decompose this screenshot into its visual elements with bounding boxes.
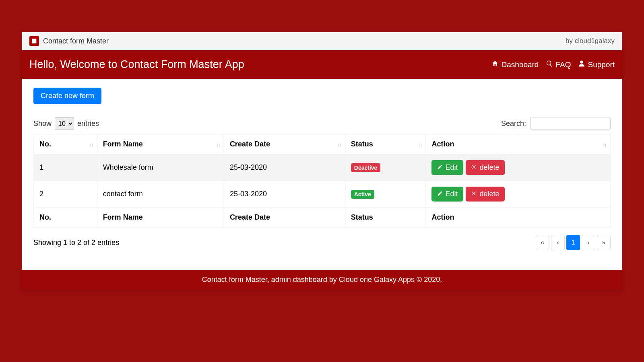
home-icon <box>491 60 499 69</box>
content: Create new form Show 10 entries Search: … <box>22 79 622 270</box>
col-action[interactable]: Action↑↓ <box>426 134 611 154</box>
close-icon <box>471 163 477 172</box>
sort-icon: ↑↓ <box>603 141 606 147</box>
app-logo-icon <box>29 36 39 46</box>
col-name[interactable]: Form Name↑↓ <box>97 134 224 154</box>
table-footer: Showing 1 to 2 of 2 entries « ‹ 1 › » <box>33 235 611 250</box>
table-summary: Showing 1 to 2 of 2 entries <box>33 239 119 247</box>
table-footer-row: No. Form Name Create Date Status Action <box>34 208 611 228</box>
sort-icon: ↑↓ <box>216 141 220 147</box>
edit-button[interactable]: Edit <box>431 187 463 202</box>
page-next[interactable]: › <box>582 235 595 250</box>
create-form-button[interactable]: Create new form <box>33 88 101 104</box>
delete-button[interactable]: delete <box>466 160 505 175</box>
nav-support-label: Support <box>588 60 615 69</box>
cell-status: Deactive <box>345 154 426 181</box>
entries-select[interactable]: 10 <box>55 117 74 130</box>
fcol-status: Status <box>345 208 426 228</box>
show-suffix: entries <box>77 119 99 128</box>
cell-action: Editdelete <box>426 154 611 181</box>
fcol-date: Create Date <box>224 208 345 228</box>
nav-faq[interactable]: FAQ <box>546 60 571 69</box>
page-last[interactable]: » <box>597 235 611 250</box>
show-prefix: Show <box>33 119 52 128</box>
pagination: « ‹ 1 › » <box>536 235 611 250</box>
sort-icon: ↑↓ <box>418 141 421 147</box>
col-status[interactable]: Status↑↓ <box>345 134 426 154</box>
table-controls: Show 10 entries Search: <box>33 117 611 130</box>
sort-icon: ↑↓ <box>337 141 341 147</box>
fcol-no: No. <box>34 208 97 228</box>
sort-icon: ↑↓ <box>89 141 93 147</box>
byline: by cloud1galaxy <box>566 37 615 45</box>
page-title: Hello, Welcome to Contact Form Master Ap… <box>29 58 244 71</box>
pencil-icon <box>437 190 443 198</box>
search-label: Search: <box>501 119 526 128</box>
show-entries: Show 10 entries <box>33 117 99 130</box>
status-badge: Deactive <box>351 163 381 172</box>
topbar-left: Contact form Master <box>29 36 109 46</box>
cell-name: Wholesale form <box>97 154 224 181</box>
user-icon <box>578 60 585 69</box>
col-date[interactable]: Create Date↑↓ <box>224 134 345 154</box>
table-header-row: No.↑↓ Form Name↑↓ Create Date↑↓ Status↑↓… <box>34 134 611 154</box>
cell-action: Editdelete <box>426 181 611 208</box>
status-badge: Active <box>351 190 374 199</box>
cell-no: 1 <box>34 154 97 181</box>
heading-bar: Hello, Welcome to Contact Form Master Ap… <box>22 50 622 79</box>
delete-button[interactable]: delete <box>466 187 505 202</box>
cell-date: 25-03-2020 <box>224 181 345 208</box>
nav-support[interactable]: Support <box>578 60 615 69</box>
nav-dashboard[interactable]: Dashboard <box>491 60 539 69</box>
edit-button[interactable]: Edit <box>431 160 463 175</box>
search-box: Search: <box>501 117 611 130</box>
page-1[interactable]: 1 <box>566 235 580 250</box>
footer: Contact form Master, admin dashboard by … <box>22 270 622 290</box>
app-title: Contact form Master <box>43 37 109 45</box>
nav: Dashboard FAQ Support <box>491 60 615 69</box>
page-prev[interactable]: ‹ <box>551 235 565 250</box>
cell-date: 25-03-2020 <box>224 154 345 181</box>
cell-name: contact form <box>97 181 224 208</box>
fcol-name: Form Name <box>97 208 224 228</box>
cell-no: 2 <box>34 181 97 208</box>
close-icon <box>471 190 477 198</box>
nav-dashboard-label: Dashboard <box>501 60 539 69</box>
table-row: 2contact form25-03-2020ActiveEditdelete <box>34 181 611 208</box>
forms-table: No.↑↓ Form Name↑↓ Create Date↑↓ Status↑↓… <box>33 134 611 228</box>
page-first[interactable]: « <box>536 235 549 250</box>
nav-faq-label: FAQ <box>555 60 571 69</box>
search-icon <box>546 60 553 69</box>
app-frame: Contact form Master by cloud1galaxy Hell… <box>22 32 622 290</box>
pencil-icon <box>437 163 443 172</box>
fcol-action: Action <box>426 208 611 228</box>
search-input[interactable] <box>530 117 611 130</box>
cell-status: Active <box>345 181 426 208</box>
table-row: 1Wholesale form25-03-2020DeactiveEditdel… <box>34 154 611 181</box>
table-body: 1Wholesale form25-03-2020DeactiveEditdel… <box>34 154 611 208</box>
topbar: Contact form Master by cloud1galaxy <box>22 32 622 50</box>
col-no[interactable]: No.↑↓ <box>34 134 97 154</box>
